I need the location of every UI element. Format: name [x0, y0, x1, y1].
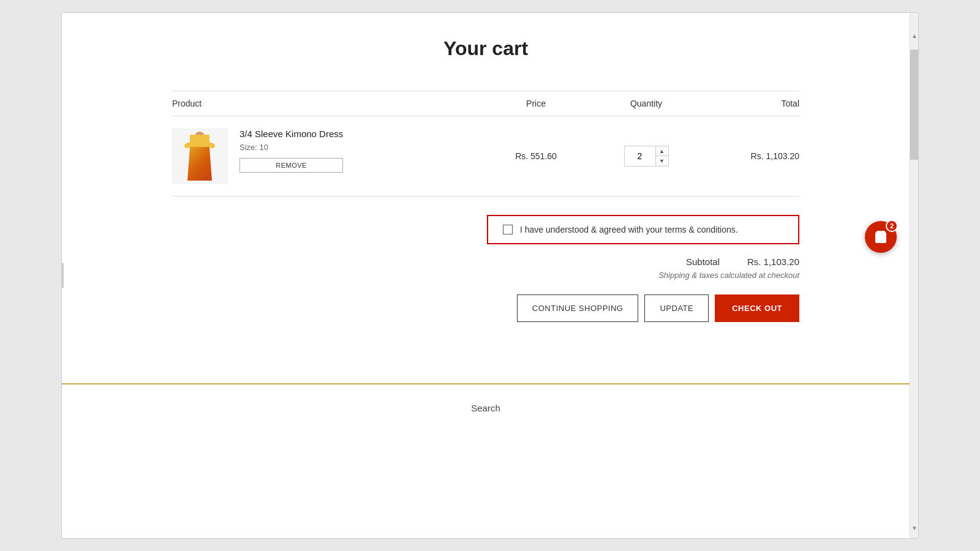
scrollbar-thumb[interactable]	[910, 50, 919, 160]
header-quantity: Quantity	[591, 99, 701, 108]
cart-fab-button[interactable]: 2	[865, 221, 897, 253]
quantity-up-button[interactable]: ▲	[656, 146, 668, 156]
terms-box: I have understood & agreed with your ter…	[487, 215, 799, 244]
item-total: Rs. 1,103.20	[701, 151, 799, 161]
shipping-note: Shipping & taxes calculated at checkout	[658, 271, 799, 280]
header-product: Product	[172, 99, 481, 108]
quantity-spinners: ▲ ▼	[655, 146, 668, 166]
product-col: 3/4 Sleeve Kimono Dress Size: 10 REMOVE	[172, 129, 481, 184]
terms-checkbox[interactable]	[503, 225, 513, 234]
page-title: Your cart	[172, 37, 799, 60]
header-total: Total	[701, 99, 799, 108]
terms-label: I have understood & agreed with your ter…	[520, 225, 738, 234]
dress-figure	[178, 132, 221, 181]
table-row: 3/4 Sleeve Kimono Dress Size: 10 REMOVE …	[172, 116, 799, 197]
subtotal-section: Subtotal Rs. 1,103.20 Shipping & taxes c…	[172, 257, 799, 280]
left-edge-bar	[62, 263, 64, 288]
quantity-input-wrapper[interactable]: ▲ ▼	[624, 146, 669, 167]
item-price: Rs. 551.60	[481, 151, 591, 161]
update-button[interactable]: UPDATE	[644, 294, 709, 322]
cart-badge: 2	[886, 220, 898, 232]
checkout-button[interactable]: CHECK OUT	[715, 294, 799, 322]
action-buttons: CONTINUE SHOPPING UPDATE CHECK OUT	[172, 294, 799, 322]
remove-button[interactable]: REMOVE	[239, 158, 343, 173]
header-price: Price	[481, 99, 591, 108]
quantity-down-button[interactable]: ▼	[656, 156, 668, 166]
product-name: 3/4 Sleeve Kimono Dress	[239, 129, 343, 139]
dress-body	[187, 147, 212, 181]
cart-table-header: Product Price Quantity Total	[172, 91, 799, 116]
scrollbar-up-arrow[interactable]: ▲	[910, 31, 919, 40]
subtotal-label: Subtotal	[686, 257, 720, 267]
scrollbar-down-arrow[interactable]: ▼	[910, 523, 919, 532]
scrollbar[interactable]: ▲ ▼	[910, 13, 918, 538]
footer-search[interactable]: Search	[62, 383, 910, 425]
subtotal-value: Rs. 1,103.20	[738, 257, 799, 267]
quantity-col: ▲ ▼	[591, 146, 701, 167]
quantity-input[interactable]	[625, 146, 655, 166]
product-image	[172, 129, 227, 184]
subtotal-row: Subtotal Rs. 1,103.20	[686, 257, 799, 267]
continue-shopping-button[interactable]: CONTINUE SHOPPING	[517, 294, 639, 322]
cart-icon	[873, 230, 888, 244]
product-info: 3/4 Sleeve Kimono Dress Size: 10 REMOVE	[239, 129, 343, 173]
terms-section: I have understood & agreed with your ter…	[172, 215, 799, 244]
product-size: Size: 10	[239, 143, 343, 152]
